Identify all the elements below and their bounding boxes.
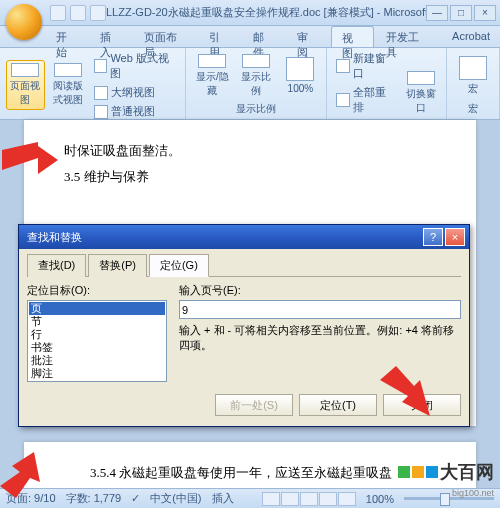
switch-window-button[interactable]: 切换窗口	[401, 68, 440, 118]
page-view-icon	[11, 63, 39, 77]
outline-view-button[interactable]: 大纲视图	[91, 84, 179, 101]
redo-icon[interactable]	[90, 5, 106, 21]
group-label: 宏	[453, 101, 493, 117]
svg-marker-2	[0, 452, 40, 498]
hint-text: 输入 + 和 - 可将相关内容移至当前位置。例如: +4 将前移四项。	[179, 323, 461, 353]
macro-icon	[459, 56, 487, 80]
title-bar: LLZZ-GD-20永磁起重吸盘安全操作规程.doc [兼容模式] - Micr…	[0, 0, 500, 26]
ribbon-tabs: 开始 插入 页面布局 引用 邮件 审阅 视图 开发工具 Acrobat	[0, 26, 500, 48]
svg-marker-1	[380, 366, 430, 416]
window-title: LLZZ-GD-20永磁起重吸盘安全操作规程.doc [兼容模式] - Micr…	[106, 5, 426, 20]
tab-home[interactable]: 开始	[46, 26, 88, 47]
fullscreen-icon[interactable]	[281, 492, 299, 506]
list-item[interactable]: 书签	[29, 341, 165, 354]
ribbon: 页面视图 阅读版式视图 Web 版式视图 大纲视图 普通视图 文档视图 显示/隐…	[0, 48, 500, 120]
group-label: 显示比例	[192, 101, 320, 117]
arrange-all-button[interactable]: 全部重排	[333, 84, 397, 116]
web-view-button[interactable]: Web 版式视图	[91, 50, 179, 82]
tab-goto[interactable]: 定位(G)	[149, 254, 209, 277]
tab-acrobat[interactable]: Acrobat	[442, 26, 500, 47]
doc-text: 时保证吸盘面整洁。	[64, 138, 436, 164]
target-listbox[interactable]: 页 节 行 书签 批注 脚注	[27, 300, 167, 382]
group-window: 新建窗口 全部重排 拆分 切换窗口 窗口	[327, 48, 447, 119]
close-window-button[interactable]: ×	[474, 5, 496, 21]
minimize-button[interactable]: —	[426, 5, 448, 21]
showhide-icon	[198, 54, 226, 68]
show-hide-button[interactable]: 显示/隐藏	[192, 51, 232, 101]
list-item[interactable]: 脚注	[29, 367, 165, 380]
outline-icon[interactable]	[319, 492, 337, 506]
list-item[interactable]: 行	[29, 328, 165, 341]
tab-mailings[interactable]: 邮件	[243, 26, 285, 47]
language-indicator[interactable]: 中文(中国)	[150, 491, 201, 506]
group-zoom: 显示/隐藏 显示比例 100% 显示比例	[186, 48, 327, 119]
zoom-100-button[interactable]: 100%	[280, 51, 320, 101]
watermark-url: big100.net	[452, 488, 494, 498]
web-icon	[94, 59, 107, 73]
view-buttons	[262, 492, 356, 506]
svg-marker-0	[2, 142, 58, 174]
list-item[interactable]: 页	[29, 302, 165, 315]
group-views: 页面视图 阅读版式视图 Web 版式视图 大纲视图 普通视图 文档视图	[0, 48, 186, 119]
word-count[interactable]: 字数: 1,779	[66, 491, 122, 506]
newwin-icon	[336, 59, 349, 73]
dialog-tabs: 查找(D) 替换(P) 定位(G)	[27, 253, 461, 277]
target-label: 定位目标(O):	[27, 283, 167, 298]
undo-icon[interactable]	[70, 5, 86, 21]
group-macro: 宏 宏	[447, 48, 500, 119]
page-view-button[interactable]: 页面视图	[6, 60, 45, 110]
outline-icon	[94, 86, 108, 100]
quick-access-toolbar	[50, 5, 106, 21]
goto-button[interactable]: 定位(T)	[299, 394, 377, 416]
tab-developer[interactable]: 开发工具	[376, 26, 440, 47]
list-item[interactable]: 批注	[29, 354, 165, 367]
zoom-icon	[242, 54, 270, 68]
normal-icon	[94, 105, 108, 119]
annotation-arrow-icon	[380, 366, 430, 416]
annotation-arrow-icon	[2, 140, 58, 180]
read-view-button[interactable]: 阅读版式视图	[49, 60, 88, 110]
tab-find[interactable]: 查找(D)	[27, 254, 86, 277]
percent-icon	[286, 57, 314, 81]
draft-icon[interactable]	[338, 492, 356, 506]
pagenum-input[interactable]	[179, 300, 461, 319]
save-icon[interactable]	[50, 5, 66, 21]
zoom-button[interactable]: 显示比例	[236, 51, 276, 101]
doc-text: 3.5 维护与保养	[64, 164, 436, 190]
normal-view-button[interactable]: 普通视图	[91, 103, 179, 120]
tab-insert[interactable]: 插入	[90, 26, 132, 47]
web-layout-icon[interactable]	[300, 492, 318, 506]
dialog-close-button[interactable]: ×	[445, 228, 465, 246]
arrange-icon	[336, 93, 349, 107]
dialog-title-bar[interactable]: 查找和替换 ? ×	[19, 225, 469, 249]
tab-review[interactable]: 审阅	[287, 26, 329, 47]
proofing-icon[interactable]: ✓	[131, 492, 140, 505]
tab-view[interactable]: 视图	[331, 26, 375, 47]
previous-button[interactable]: 前一处(S)	[215, 394, 293, 416]
new-window-button[interactable]: 新建窗口	[333, 50, 397, 82]
maximize-button[interactable]: □	[450, 5, 472, 21]
insert-mode[interactable]: 插入	[212, 491, 234, 506]
annotation-arrow-icon	[0, 452, 40, 498]
read-view-icon	[54, 63, 82, 77]
tab-replace[interactable]: 替换(P)	[88, 254, 147, 277]
list-item[interactable]: 节	[29, 315, 165, 328]
doc-text: 3.5.4 永磁起重吸盘每使用一年，应送至永磁起重吸盘	[64, 460, 436, 486]
macro-button[interactable]: 宏	[453, 51, 493, 101]
office-orb-button[interactable]	[6, 4, 42, 40]
print-layout-icon[interactable]	[262, 492, 280, 506]
zoom-level[interactable]: 100%	[366, 493, 394, 505]
dialog-help-button[interactable]: ?	[423, 228, 443, 246]
tab-layout[interactable]: 页面布局	[134, 26, 198, 47]
pagenum-label: 输入页号(E):	[179, 283, 461, 298]
watermark-logo: 大百网	[398, 460, 494, 484]
tab-references[interactable]: 引用	[199, 26, 241, 47]
status-bar: 页面: 9/10 字数: 1,779 ✓ 中文(中国) 插入 100%	[0, 488, 500, 508]
dialog-title: 查找和替换	[23, 230, 421, 245]
switch-icon	[407, 71, 435, 85]
